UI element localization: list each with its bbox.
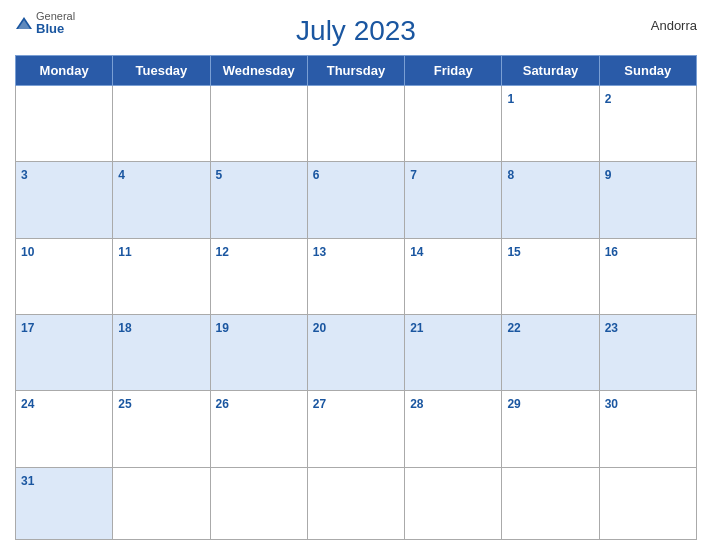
calendar-cell[interactable] (599, 467, 696, 539)
logo-blue-text: Blue (36, 22, 75, 36)
day-number: 21 (410, 321, 423, 335)
calendar-cell[interactable]: 12 (210, 238, 307, 314)
day-number: 15 (507, 245, 520, 259)
col-friday: Friday (405, 56, 502, 86)
calendar-cell[interactable]: 19 (210, 315, 307, 391)
calendar-cell[interactable]: 14 (405, 238, 502, 314)
calendar-cell[interactable] (210, 467, 307, 539)
calendar-cell[interactable] (405, 467, 502, 539)
day-number: 12 (216, 245, 229, 259)
week-row-1: 12 (16, 86, 697, 162)
col-saturday: Saturday (502, 56, 599, 86)
day-number: 16 (605, 245, 618, 259)
calendar-cell[interactable]: 28 (405, 391, 502, 467)
calendar-cell[interactable]: 17 (16, 315, 113, 391)
calendar-cell[interactable] (307, 467, 404, 539)
day-number: 14 (410, 245, 423, 259)
calendar-cell[interactable] (210, 86, 307, 162)
logo-area: General Blue (15, 10, 75, 36)
calendar-cell[interactable] (405, 86, 502, 162)
calendar-cell[interactable] (113, 467, 210, 539)
calendar-cell[interactable]: 8 (502, 162, 599, 238)
month-title: July 2023 (296, 15, 416, 47)
week-row-2: 3456789 (16, 162, 697, 238)
col-sunday: Sunday (599, 56, 696, 86)
day-number: 2 (605, 92, 612, 106)
calendar-cell[interactable]: 30 (599, 391, 696, 467)
calendar-cell[interactable]: 21 (405, 315, 502, 391)
day-number: 9 (605, 168, 612, 182)
day-number: 7 (410, 168, 417, 182)
calendar-cell[interactable] (307, 86, 404, 162)
week-row-6: 31 (16, 467, 697, 539)
col-monday: Monday (16, 56, 113, 86)
day-number: 11 (118, 245, 131, 259)
day-number: 3 (21, 168, 28, 182)
day-number: 20 (313, 321, 326, 335)
calendar-cell[interactable]: 23 (599, 315, 696, 391)
day-number: 17 (21, 321, 34, 335)
calendar-cell[interactable]: 9 (599, 162, 696, 238)
day-number: 5 (216, 168, 223, 182)
calendar-cell[interactable]: 3 (16, 162, 113, 238)
calendar-cell[interactable]: 26 (210, 391, 307, 467)
calendar-cell[interactable] (502, 467, 599, 539)
calendar-cell[interactable]: 16 (599, 238, 696, 314)
day-number: 13 (313, 245, 326, 259)
day-number: 24 (21, 397, 34, 411)
calendar-cell[interactable]: 20 (307, 315, 404, 391)
day-number: 8 (507, 168, 514, 182)
calendar-table: Monday Tuesday Wednesday Thursday Friday… (15, 55, 697, 540)
weekday-header-row: Monday Tuesday Wednesday Thursday Friday… (16, 56, 697, 86)
country-label: Andorra (651, 18, 697, 33)
day-number: 28 (410, 397, 423, 411)
calendar-cell[interactable]: 6 (307, 162, 404, 238)
day-number: 6 (313, 168, 320, 182)
day-number: 26 (216, 397, 229, 411)
day-number: 29 (507, 397, 520, 411)
calendar-cell[interactable]: 18 (113, 315, 210, 391)
calendar-cell[interactable]: 31 (16, 467, 113, 539)
day-number: 31 (21, 474, 34, 488)
calendar-page: General Blue July 2023 Andorra Monday Tu… (0, 0, 712, 550)
calendar-cell[interactable]: 2 (599, 86, 696, 162)
calendar-cell[interactable]: 5 (210, 162, 307, 238)
col-tuesday: Tuesday (113, 56, 210, 86)
calendar-cell[interactable]: 15 (502, 238, 599, 314)
calendar-cell[interactable]: 13 (307, 238, 404, 314)
calendar-cell[interactable]: 1 (502, 86, 599, 162)
week-row-5: 24252627282930 (16, 391, 697, 467)
col-thursday: Thursday (307, 56, 404, 86)
calendar-header: General Blue July 2023 Andorra (15, 10, 697, 55)
calendar-cell[interactable]: 10 (16, 238, 113, 314)
col-wednesday: Wednesday (210, 56, 307, 86)
day-number: 10 (21, 245, 34, 259)
day-number: 19 (216, 321, 229, 335)
day-number: 1 (507, 92, 514, 106)
calendar-cell[interactable]: 4 (113, 162, 210, 238)
day-number: 4 (118, 168, 125, 182)
week-row-3: 10111213141516 (16, 238, 697, 314)
day-number: 23 (605, 321, 618, 335)
calendar-cell[interactable]: 22 (502, 315, 599, 391)
day-number: 18 (118, 321, 131, 335)
calendar-cell[interactable]: 7 (405, 162, 502, 238)
calendar-cell[interactable]: 11 (113, 238, 210, 314)
calendar-cell[interactable]: 24 (16, 391, 113, 467)
day-number: 25 (118, 397, 131, 411)
day-number: 22 (507, 321, 520, 335)
calendar-cell[interactable]: 29 (502, 391, 599, 467)
week-row-4: 17181920212223 (16, 315, 697, 391)
day-number: 30 (605, 397, 618, 411)
generalblue-logo-icon (15, 16, 33, 30)
calendar-cell[interactable]: 27 (307, 391, 404, 467)
calendar-cell[interactable]: 25 (113, 391, 210, 467)
calendar-cell[interactable] (113, 86, 210, 162)
day-number: 27 (313, 397, 326, 411)
calendar-cell[interactable] (16, 86, 113, 162)
